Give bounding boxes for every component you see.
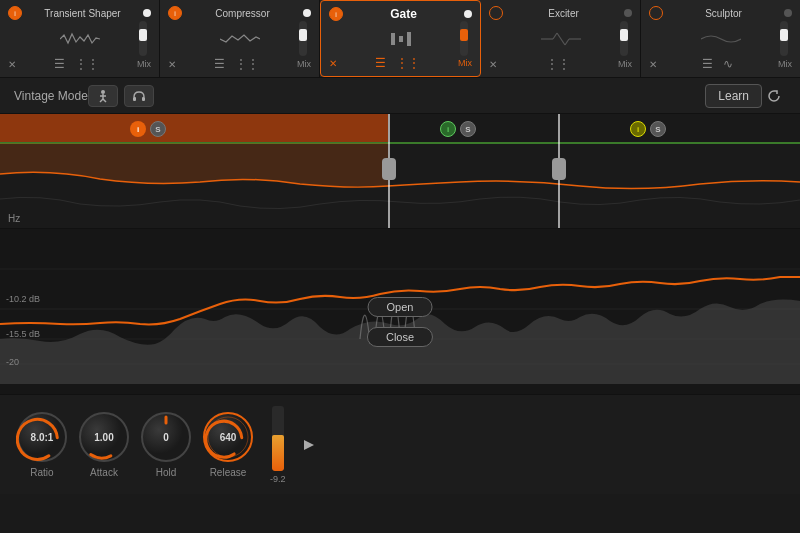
knob-item-attack: 1.00 Attack bbox=[78, 411, 130, 478]
plugin-name-compressor: Compressor bbox=[182, 8, 303, 19]
plugin-slot-exciter[interactable]: Exciter ✕ ⋮⋮ Mix bbox=[481, 0, 641, 77]
knob-attack[interactable]: 1.00 bbox=[78, 411, 130, 463]
band-solo-icon-1[interactable]: S bbox=[150, 121, 166, 137]
mix-label-gate: Mix bbox=[458, 58, 472, 68]
close-button[interactable]: Close bbox=[367, 327, 433, 347]
close-sculptor[interactable]: ✕ bbox=[649, 59, 657, 70]
learn-button[interactable]: Learn bbox=[705, 84, 762, 108]
figure-icon-btn[interactable] bbox=[88, 85, 118, 107]
knob-ratio-label: Ratio bbox=[30, 467, 53, 478]
svg-line-12 bbox=[103, 99, 106, 102]
play-button[interactable] bbox=[294, 431, 322, 459]
knob-hold-value: 0 bbox=[140, 411, 192, 463]
wave-icon-transient[interactable]: ⋮⋮ bbox=[75, 57, 99, 71]
band-solo-icon-2[interactable]: S bbox=[460, 121, 476, 137]
menu-icon-transient[interactable]: ☰ bbox=[54, 57, 65, 71]
menu-icon-compressor[interactable]: ☰ bbox=[214, 57, 225, 71]
power-btn-compressor[interactable]: i bbox=[168, 6, 182, 20]
band-info-icon-1[interactable]: i bbox=[130, 121, 146, 137]
band-info-icon-3[interactable]: i bbox=[630, 121, 646, 137]
vintage-mode-label: Vintage Mode bbox=[14, 89, 88, 103]
plugin-chain: i Transient Shaper ✕ ☰ ⋮⋮ Mix i Compress… bbox=[0, 0, 800, 78]
waveform-exciter bbox=[489, 20, 632, 57]
plugin-slot-compressor[interactable]: i Compressor ✕ ☰ ⋮⋮ Mix bbox=[160, 0, 320, 77]
band-icons-3: i S bbox=[630, 121, 666, 137]
band-handle-1[interactable] bbox=[382, 158, 396, 180]
vintage-controls bbox=[88, 85, 154, 107]
plugin-dot-compressor bbox=[303, 9, 311, 17]
mix-label-exciter: Mix bbox=[618, 59, 632, 69]
wave-icon-sculptor[interactable]: ∿ bbox=[723, 57, 733, 71]
band-solo-icon-3[interactable]: S bbox=[650, 121, 666, 137]
svg-rect-13 bbox=[133, 97, 136, 101]
svg-rect-14 bbox=[142, 97, 145, 101]
svg-line-5 bbox=[557, 33, 565, 45]
band-icons-2: i S bbox=[440, 121, 476, 137]
close-gate[interactable]: ✕ bbox=[329, 58, 337, 69]
plugin-dot-exciter bbox=[624, 9, 632, 17]
fader-gate[interactable] bbox=[460, 21, 468, 56]
close-btn-container: Close bbox=[367, 327, 433, 347]
knob-group: 8.0:1 Ratio 1.00 Attack bbox=[16, 411, 254, 478]
close-transient[interactable]: ✕ bbox=[8, 59, 16, 70]
fader-compressor[interactable] bbox=[299, 21, 307, 56]
refresh-icon-btn[interactable] bbox=[762, 84, 786, 108]
headphones-icon-btn[interactable] bbox=[124, 85, 154, 107]
knob-item-ratio: 8.0:1 Ratio bbox=[16, 411, 68, 478]
svg-point-8 bbox=[101, 90, 105, 94]
plugin-slot-gate[interactable]: i Gate ✕ ☰ ⋮⋮ Mix bbox=[320, 0, 481, 77]
knob-ratio-value: 8.0:1 bbox=[16, 411, 68, 463]
menu-icon-exciter[interactable]: ⋮⋮ bbox=[546, 57, 570, 71]
menu-icon-gate[interactable]: ☰ bbox=[375, 56, 386, 70]
bottom-controls: 8.0:1 Ratio 1.00 Attack bbox=[0, 394, 800, 494]
plugin-dot-transient bbox=[143, 9, 151, 17]
svg-rect-1 bbox=[399, 36, 403, 42]
plugin-slot-transient-shaper[interactable]: i Transient Shaper ✕ ☰ ⋮⋮ Mix bbox=[0, 0, 160, 77]
frequency-display: i S i S i S Hz bbox=[0, 114, 800, 229]
knob-attack-value: 1.00 bbox=[78, 411, 130, 463]
waveform-sculptor bbox=[649, 20, 792, 57]
svg-rect-2 bbox=[407, 32, 411, 46]
power-btn-sculptor[interactable] bbox=[649, 6, 663, 20]
meter-group: -9.2 bbox=[270, 406, 322, 484]
plugin-dot-gate bbox=[464, 10, 472, 18]
band-icons-1: i S bbox=[130, 121, 166, 137]
open-button[interactable]: Open bbox=[368, 297, 433, 317]
power-btn-transient[interactable]: i bbox=[8, 6, 22, 20]
hz-label: Hz bbox=[8, 213, 20, 224]
knob-hold[interactable]: 0 bbox=[140, 411, 192, 463]
meter-fill bbox=[272, 435, 284, 471]
menu-icon-sculptor[interactable]: ☰ bbox=[702, 57, 713, 71]
vintage-mode-bar: Vintage Mode Learn bbox=[0, 78, 800, 114]
svg-marker-28 bbox=[304, 440, 314, 450]
power-btn-exciter[interactable] bbox=[489, 6, 503, 20]
svg-rect-0 bbox=[391, 33, 395, 45]
power-btn-gate[interactable]: i bbox=[329, 7, 343, 21]
close-compressor[interactable]: ✕ bbox=[168, 59, 176, 70]
knob-release-label: Release bbox=[210, 467, 247, 478]
plugin-slot-sculptor[interactable]: Sculptor ✕ ☰ ∿ Mix bbox=[641, 0, 800, 77]
knob-release[interactable]: 640 bbox=[202, 411, 254, 463]
wave-icon-gate[interactable]: ⋮⋮ bbox=[396, 56, 420, 70]
close-exciter[interactable]: ✕ bbox=[489, 59, 497, 70]
fader-exciter[interactable] bbox=[620, 21, 628, 56]
knob-ratio[interactable]: 8.0:1 bbox=[16, 411, 68, 463]
mix-label-sculptor: Mix bbox=[778, 59, 792, 69]
gate-visualization: -10.2 dB -15.5 dB -20 Open Close bbox=[0, 229, 800, 394]
plugin-name-transient: Transient Shaper bbox=[22, 8, 143, 19]
band-divider-1[interactable] bbox=[388, 114, 390, 229]
band-info-icon-2[interactable]: i bbox=[440, 121, 456, 137]
db-label-3: -20 bbox=[6, 357, 19, 367]
band-handle-2[interactable] bbox=[552, 158, 566, 180]
band-divider-2[interactable] bbox=[558, 114, 560, 229]
fader-sculptor[interactable] bbox=[780, 21, 788, 56]
knob-item-hold: 0 Hold bbox=[140, 411, 192, 478]
meter-value-label: -9.2 bbox=[270, 474, 286, 484]
wave-icon-compressor[interactable]: ⋮⋮ bbox=[235, 57, 259, 71]
plugin-name-gate: Gate bbox=[343, 7, 464, 21]
knob-attack-label: Attack bbox=[90, 467, 118, 478]
open-btn-container: Open bbox=[368, 297, 433, 317]
waveform-transient bbox=[8, 20, 151, 57]
fader-transient[interactable] bbox=[139, 21, 147, 56]
plugin-name-exciter: Exciter bbox=[503, 8, 624, 19]
